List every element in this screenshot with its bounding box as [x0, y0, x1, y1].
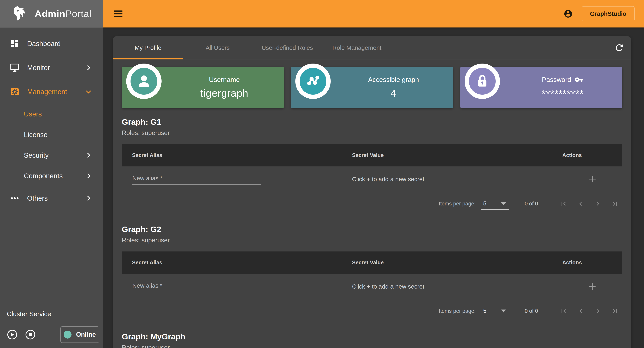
cluster-service-label: Cluster Service: [7, 310, 103, 318]
section-roles: Roles: superuser: [122, 129, 622, 136]
brand-name-light: Portal: [65, 8, 92, 19]
next-page-icon[interactable]: [594, 307, 602, 315]
sidebar-item-label: License: [24, 131, 48, 139]
graphstudio-button[interactable]: GraphStudio: [582, 6, 634, 21]
graph-icon: [295, 64, 331, 99]
paginator: Items per page: 5 0 of 0: [122, 192, 622, 216]
topbar: GraphStudio: [103, 0, 644, 28]
tab-user-defined-roles[interactable]: User-defined Roles: [252, 36, 322, 59]
table-row: Click + to add a new secret: [122, 166, 622, 192]
sidebar-item-security[interactable]: Security: [0, 145, 103, 165]
tiger-logo-icon: [11, 4, 30, 23]
caret-down-icon: [501, 202, 506, 205]
stat-label: Password: [542, 75, 584, 84]
chevron-right-icon: [85, 172, 92, 180]
section-roles: Roles: superuser: [122, 237, 622, 244]
monitor-icon: [10, 63, 20, 73]
section-roles: Roles: superuser: [122, 344, 622, 348]
password-card: Password **********: [460, 67, 622, 108]
secrets-table-header: Secret Alias Secret Value Actions: [122, 251, 622, 274]
items-per-page-label: Items per page:: [439, 308, 476, 314]
page-range-label: 0 of 0: [525, 201, 538, 207]
sidebar-item-components[interactable]: Components: [0, 165, 103, 186]
add-secret-button[interactable]: [586, 173, 598, 185]
stat-value: tigergraph: [200, 87, 248, 99]
person-icon: [126, 64, 162, 99]
items-per-page-label: Items per page:: [439, 201, 476, 207]
add-secret-hint: Click + to add a new secret: [352, 176, 562, 183]
secrets-table: Secret Alias Secret Value Actions Click …: [122, 144, 622, 216]
sidebar-item-label: Security: [24, 151, 49, 159]
stat-value: **********: [542, 88, 584, 100]
tab-my-profile[interactable]: My Profile: [113, 36, 183, 59]
start-service-button[interactable]: [7, 329, 18, 340]
sidebar-item-monitor[interactable]: Monitor: [0, 56, 103, 80]
chevron-right-icon: [85, 151, 92, 159]
sidebar-item-license[interactable]: License: [0, 124, 103, 145]
menu-icon[interactable]: [114, 11, 122, 17]
first-page-icon[interactable]: [560, 200, 568, 208]
previous-page-icon[interactable]: [577, 200, 585, 208]
page-size-select[interactable]: 5: [482, 305, 509, 317]
cluster-service-panel: Cluster Service Online: [0, 302, 103, 348]
more-horiz-icon: [10, 194, 20, 203]
brand-name-bold: Admin: [35, 8, 65, 19]
content-area: My Profile All Users User-defined Roles …: [103, 28, 644, 348]
section-title: Graph: G1: [122, 117, 622, 127]
last-page-icon[interactable]: [611, 200, 619, 208]
sidebar-item-label: Components: [24, 172, 63, 180]
graph-section-g1: Graph: G1 Roles: superuser Secret Alias …: [122, 117, 622, 216]
page-size-select[interactable]: 5: [482, 198, 509, 210]
stop-service-button[interactable]: [25, 329, 36, 340]
refresh-icon[interactable]: [614, 43, 624, 53]
tab-all-users[interactable]: All Users: [183, 36, 252, 59]
new-alias-input[interactable]: [132, 281, 261, 292]
page-size-value: 5: [483, 308, 486, 314]
admin-portal-page: AdminPortal Dashboard Monitor: [0, 0, 644, 348]
dashboard-icon: [10, 39, 20, 48]
brand-logo: AdminPortal: [0, 0, 103, 28]
previous-page-icon[interactable]: [577, 307, 585, 315]
graph-section-mygraph: Graph: MyGraph Roles: superuser: [122, 332, 622, 348]
sidebar: AdminPortal Dashboard Monitor: [0, 0, 103, 348]
add-secret-button[interactable]: [586, 280, 598, 292]
first-page-icon[interactable]: [560, 307, 568, 315]
account-icon[interactable]: [564, 9, 573, 18]
sidebar-item-dashboard[interactable]: Dashboard: [0, 32, 103, 56]
stat-label: Username: [209, 76, 240, 83]
section-title: Graph: MyGraph: [122, 332, 622, 341]
chevron-down-icon: [85, 88, 92, 95]
new-alias-input[interactable]: [132, 173, 261, 185]
tab-bar: My Profile All Users User-defined Roles …: [113, 36, 631, 59]
sidebar-item-label: Monitor: [27, 64, 50, 72]
tab-role-management[interactable]: Role Management: [322, 36, 392, 59]
online-status-dot: [64, 331, 72, 338]
column-header-secret-alias: Secret Alias: [122, 260, 352, 266]
gear-icon: [10, 87, 20, 97]
main-area: GraphStudio My Profile All Users User-de…: [103, 0, 644, 348]
caret-down-icon: [501, 309, 506, 312]
graph-section-g2: Graph: G2 Roles: superuser Secret Alias …: [122, 225, 622, 323]
next-page-icon[interactable]: [594, 200, 602, 208]
chevron-right-icon: [85, 195, 92, 202]
sidebar-item-management[interactable]: Management: [0, 80, 103, 104]
column-header-actions: Actions: [562, 152, 622, 158]
status-badge: Online: [60, 326, 99, 343]
table-row: Click + to add a new secret: [122, 274, 622, 299]
chevron-right-icon: [85, 64, 92, 71]
page-size-value: 5: [483, 200, 486, 207]
column-header-secret-value: Secret Value: [352, 260, 562, 266]
brand-name: AdminPortal: [35, 8, 92, 19]
lock-icon: [464, 64, 500, 99]
paginator: Items per page: 5 0 of 0: [122, 299, 622, 323]
content-card: My Profile All Users User-defined Roles …: [113, 36, 631, 348]
sidebar-item-others[interactable]: Others: [0, 186, 103, 210]
accessible-graph-card: Accessible graph 4: [291, 67, 453, 108]
sidebar-nav: Dashboard Monitor: [0, 28, 103, 210]
last-page-icon[interactable]: [611, 307, 619, 315]
sidebar-item-label: Users: [24, 110, 42, 118]
secrets-table-header: Secret Alias Secret Value Actions: [122, 144, 622, 166]
sidebar-item-users[interactable]: Users: [0, 104, 103, 124]
sidebar-item-label: Others: [27, 195, 48, 202]
stat-label: Accessible graph: [368, 76, 419, 83]
